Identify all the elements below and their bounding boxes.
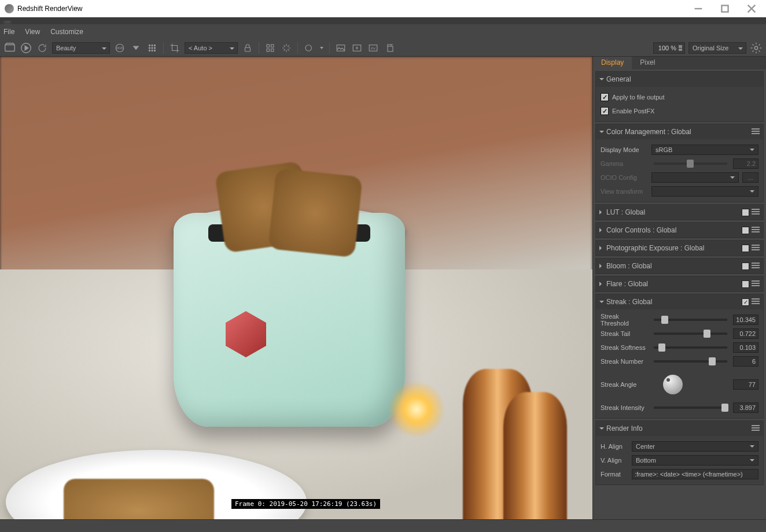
crop-icon[interactable] bbox=[168, 42, 181, 54]
hamburger-icon[interactable] bbox=[752, 298, 760, 305]
streak-number-slider[interactable] bbox=[654, 360, 727, 363]
colorctrl-enable-checkbox[interactable] bbox=[742, 227, 749, 234]
copy-icon[interactable] bbox=[383, 42, 396, 54]
streak-angle-value[interactable]: 77 bbox=[733, 379, 758, 390]
hamburger-icon[interactable] bbox=[752, 425, 760, 432]
pv-icon[interactable]: PV bbox=[367, 42, 380, 54]
bloom-enable-checkbox[interactable] bbox=[742, 263, 749, 270]
lut-enable-checkbox[interactable] bbox=[742, 209, 749, 216]
streak-enable-checkbox[interactable]: ✓ bbox=[742, 298, 749, 306]
svg-rect-17 bbox=[267, 49, 270, 51]
svg-point-25 bbox=[754, 46, 758, 50]
refresh-button[interactable] bbox=[36, 42, 49, 54]
svg-rect-14 bbox=[245, 47, 251, 51]
hamburger-icon[interactable] bbox=[752, 280, 760, 287]
bucket-grid-icon[interactable] bbox=[264, 42, 277, 54]
section-render-info-header[interactable]: Render Info bbox=[596, 421, 763, 436]
flare-enable-checkbox[interactable] bbox=[742, 280, 749, 288]
streak-intensity-slider[interactable] bbox=[654, 407, 727, 409]
section-photo-exposure-header[interactable]: Photographic Exposure : Global bbox=[596, 241, 763, 256]
svg-text:PV: PV bbox=[371, 47, 375, 50]
streak-number-value[interactable]: 6 bbox=[733, 356, 758, 367]
lock-icon[interactable] bbox=[241, 42, 254, 54]
hamburger-icon[interactable] bbox=[752, 263, 760, 269]
renderpass-dropdown[interactable]: Beauty bbox=[52, 42, 110, 54]
streak-angle-dial[interactable] bbox=[663, 375, 683, 394]
tab-display[interactable]: Display bbox=[593, 57, 632, 69]
streak-tail-slider[interactable] bbox=[654, 332, 727, 335]
section-streak: Streak : Global✓ Streak Threshold10.345 … bbox=[595, 294, 764, 419]
svg-rect-24 bbox=[388, 46, 393, 51]
hamburger-icon[interactable] bbox=[752, 245, 760, 252]
streak-threshold-value[interactable]: 10.345 bbox=[733, 315, 758, 325]
menubar: File View Customize bbox=[0, 24, 766, 39]
ocio-config-field bbox=[651, 172, 739, 183]
menu-view[interactable]: View bbox=[25, 28, 40, 36]
autozoom-dropdown[interactable]: < Auto > bbox=[185, 42, 238, 54]
hamburger-icon[interactable] bbox=[752, 227, 760, 234]
window-maximize-button[interactable] bbox=[712, 0, 738, 17]
apply-file-output-checkbox[interactable]: ✓ bbox=[601, 93, 609, 101]
dock-grip[interactable]: ▒▒▒ bbox=[0, 17, 766, 24]
svg-point-12 bbox=[152, 50, 153, 51]
app-icon bbox=[5, 4, 14, 13]
play-button[interactable] bbox=[20, 42, 32, 54]
denoise-icon[interactable] bbox=[280, 42, 293, 54]
gamma-value: 2.2 bbox=[733, 158, 758, 169]
svg-rect-0 bbox=[721, 5, 728, 12]
photoexp-enable-checkbox[interactable] bbox=[742, 245, 749, 252]
rgb-toggle[interactable]: RGB bbox=[113, 42, 126, 54]
size-dropdown[interactable]: Original Size bbox=[688, 42, 746, 54]
add-snapshot-icon[interactable] bbox=[351, 42, 363, 54]
section-lut-header[interactable]: LUT : Global bbox=[596, 205, 763, 220]
frame-info-overlay: Frame 0: 2019-05-20 17:26:19 (23.63s) bbox=[231, 499, 380, 509]
format-input[interactable]: :frame>: <date> <time> (<frametime>) bbox=[632, 469, 758, 479]
render-viewport[interactable]: Frame 0: 2019-05-20 17:26:19 (23.63s) bbox=[0, 57, 592, 519]
streak-intensity-value[interactable]: 3.897 bbox=[733, 402, 758, 413]
view-transform-select bbox=[651, 186, 758, 197]
picture-icon[interactable] bbox=[334, 42, 347, 54]
streak-tail-value[interactable]: 0.722 bbox=[733, 328, 758, 339]
section-color-management-header[interactable]: Color Management : Global bbox=[596, 124, 763, 139]
menu-file[interactable]: File bbox=[3, 28, 14, 36]
window-close-button[interactable] bbox=[738, 0, 765, 17]
streak-softness-value[interactable]: 0.103 bbox=[733, 342, 758, 353]
valign-select[interactable]: Bottom bbox=[632, 455, 758, 466]
streak-softness-slider[interactable] bbox=[654, 346, 727, 349]
section-general-header[interactable]: General bbox=[596, 72, 763, 87]
section-streak-header[interactable]: Streak : Global✓ bbox=[596, 294, 763, 309]
window-titlebar: Redshift RenderView bbox=[0, 0, 766, 17]
shape-arrow-icon[interactable] bbox=[319, 42, 325, 54]
grid-icon[interactable] bbox=[146, 42, 159, 54]
svg-point-11 bbox=[149, 50, 150, 51]
streak-threshold-slider[interactable] bbox=[654, 319, 727, 321]
channel-dropdown-icon[interactable] bbox=[130, 42, 142, 54]
section-color-controls-header[interactable]: Color Controls : Global bbox=[596, 223, 763, 238]
ocio-browse-button: ... bbox=[742, 172, 758, 183]
svg-point-13 bbox=[154, 50, 155, 51]
menu-customize[interactable]: Customize bbox=[50, 28, 83, 36]
svg-point-5 bbox=[149, 45, 150, 46]
tab-pixel[interactable]: Pixel bbox=[632, 57, 663, 69]
halign-select[interactable]: Center bbox=[632, 441, 758, 452]
apply-file-output-label: Apply to file output bbox=[612, 94, 665, 101]
hamburger-icon[interactable] bbox=[752, 128, 760, 135]
svg-point-7 bbox=[154, 45, 155, 46]
zoom-field[interactable]: 100 % bbox=[653, 42, 685, 54]
hamburger-icon[interactable] bbox=[752, 209, 760, 216]
window-minimize-button[interactable] bbox=[685, 0, 712, 17]
section-general: General ✓Apply to file output ✓Enable Po… bbox=[595, 71, 764, 122]
enable-postfx-checkbox[interactable]: ✓ bbox=[601, 107, 609, 115]
shape-dropdown-icon[interactable] bbox=[303, 42, 315, 54]
svg-text:RGB: RGB bbox=[116, 46, 123, 50]
section-flare-header[interactable]: Flare : Global bbox=[596, 276, 763, 291]
svg-point-19 bbox=[305, 45, 312, 51]
render-button[interactable] bbox=[3, 42, 16, 54]
gamma-slider bbox=[654, 162, 727, 165]
section-bloom-header[interactable]: Bloom : Global bbox=[596, 258, 763, 274]
settings-gear-icon[interactable] bbox=[750, 42, 763, 54]
svg-point-9 bbox=[152, 47, 153, 48]
svg-point-10 bbox=[154, 47, 155, 48]
svg-rect-16 bbox=[271, 45, 274, 47]
display-mode-select[interactable]: sRGB bbox=[651, 145, 758, 155]
